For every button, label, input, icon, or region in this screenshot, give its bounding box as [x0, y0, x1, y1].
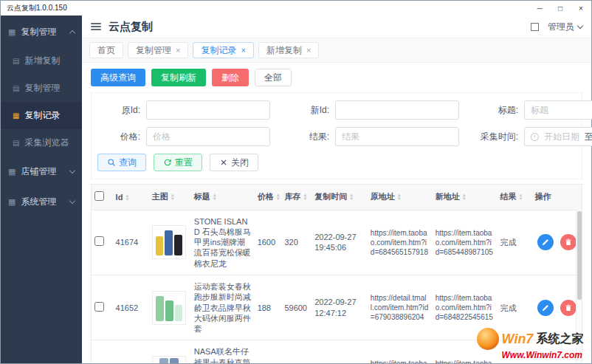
all-button[interactable]: 全部	[255, 69, 292, 86]
source-url-cell: https://item.taobao.com/item.htm?id=6845…	[368, 210, 433, 275]
sidebar-group-label: 系统管理	[21, 196, 56, 208]
sidebar-group-shop-management[interactable]: ▦ 店铺管理	[1, 157, 82, 187]
table-row: 41674 STONE ISLAND 石头岛棉服马甲男ins潮牌潮流百搭宽松保暖…	[92, 210, 582, 275]
date-range-input[interactable]: 开始日期 至 结束日期	[524, 127, 592, 146]
sort-icon: ▲▼	[303, 193, 307, 201]
stock-cell: 7000	[281, 340, 312, 363]
col-id[interactable]: Id▲▼	[113, 185, 149, 210]
col-actions: 操作	[532, 185, 582, 210]
price-cell: 188	[255, 275, 282, 340]
doc-icon: ▤	[13, 140, 19, 147]
close-icon[interactable]: ×	[241, 47, 245, 55]
doc-icon: ▤	[13, 58, 19, 65]
sort-icon: ▲▼	[349, 193, 354, 201]
sidebar-item-label: 新增复制	[24, 55, 60, 67]
col-result[interactable]: 结果▲▼	[498, 185, 532, 210]
app-body: ▦ 复制管理 ▤ 新增复制 ▤ 复制管理 ▦ 复制记录 ▤	[1, 16, 591, 363]
maximize-button[interactable]: □	[550, 1, 571, 16]
result-cell: 完成	[498, 210, 532, 275]
sidebar-item-copy-records[interactable]: ▦ 复制记录	[1, 102, 82, 129]
id-cell: 41652	[113, 275, 149, 340]
delete-row-button[interactable]	[560, 300, 576, 316]
col-price[interactable]: 价格▲▼	[255, 185, 282, 210]
edit-button[interactable]	[537, 300, 554, 316]
trash-icon	[564, 303, 573, 312]
tab-home[interactable]: 首页	[89, 42, 123, 58]
product-image	[152, 291, 186, 325]
fullscreen-icon[interactable]	[531, 23, 539, 31]
stock-cell: 59600	[281, 275, 312, 340]
window-controls: ─ □ ×	[529, 1, 591, 16]
edit-button[interactable]	[537, 234, 554, 250]
source-url-cell: https://detail.tmall.com/item.htm?id=679…	[368, 275, 433, 340]
minimize-button[interactable]: ─	[529, 1, 550, 16]
user-menu[interactable]: 管理员	[548, 21, 582, 33]
sidebar-item-collect-browser[interactable]: ▤ 采集浏览器	[1, 129, 82, 157]
tab-label: 首页	[97, 44, 115, 57]
price-field: 价格:	[97, 127, 270, 146]
collect-time-field: 采集时间: 开始日期 至 结束日期	[475, 127, 592, 146]
title-label: 标题:	[475, 104, 518, 117]
content: 高级查询 复制刷新 删除 全部 原Id: 新Id:	[82, 63, 591, 363]
sidebar-item-new-copy[interactable]: ▤ 新增复制	[1, 47, 82, 75]
new-id-input[interactable]	[335, 100, 459, 120]
col-main-image[interactable]: 主图▲▼	[149, 185, 191, 210]
row-checkbox[interactable]	[94, 302, 104, 312]
title-input[interactable]	[524, 100, 592, 120]
watermark: Win7 系统之家 Www.Winwin7.com	[477, 328, 584, 360]
close-icon	[219, 158, 228, 167]
tab-new-copy[interactable]: 新增复制 ×	[258, 42, 319, 58]
window-titlebar: 云点复制1.0.0.150 ─ □ ×	[1, 1, 591, 16]
close-icon[interactable]: ×	[176, 47, 180, 55]
clock-icon	[531, 133, 539, 141]
price-cell: 1600	[255, 210, 282, 275]
sidebar-item-copy-management[interactable]: ▤ 复制管理	[1, 75, 82, 102]
close-button[interactable]: ×	[571, 1, 591, 16]
source-url-cell: https://item.taobao.com/item.htm?id=6798…	[368, 340, 433, 363]
doc-icon: ▤	[13, 85, 19, 92]
sidebar-item-label: 采集浏览器	[24, 137, 69, 149]
col-title[interactable]: 标题▲▼	[191, 185, 255, 210]
original-id-field: 原Id:	[97, 100, 270, 120]
page-title: 云点复制	[109, 20, 153, 34]
col-new-url[interactable]: 新地址▲▼	[433, 185, 498, 210]
copy-time-cell: 2022-09-27 19:45:06	[312, 210, 368, 275]
result-input[interactable]	[335, 127, 459, 146]
sidebar-group-system-management[interactable]: ▦ 系统管理	[1, 187, 82, 217]
main-area: 云点复制 管理员 首页 复制管理 ×	[82, 16, 591, 363]
sort-icon: ▲▼	[462, 193, 467, 201]
copy-time-cell: 2022-09-27 12:18:07	[312, 340, 368, 363]
topbar-right: 管理员	[531, 21, 582, 33]
tab-copy-records[interactable]: 复制记录 ×	[193, 42, 253, 58]
watermark-site: Www.Winwin7.com	[502, 350, 582, 360]
price-input[interactable]	[146, 127, 270, 146]
col-copy-time[interactable]: 复制时间▲▼	[312, 185, 368, 210]
title-field: 标题:	[475, 100, 592, 120]
query-button[interactable]: 查询	[97, 154, 146, 171]
reset-button[interactable]: 重置	[154, 154, 202, 171]
tab-copy-management[interactable]: 复制管理 ×	[128, 42, 188, 58]
result-label: 结果:	[286, 131, 329, 143]
hamburger-icon[interactable]	[91, 23, 101, 30]
sidebar-group-copy-management[interactable]: ▦ 复制管理	[1, 17, 82, 47]
sort-icon: ▲▼	[125, 194, 129, 202]
sidebar-item-label: 复制管理	[24, 82, 60, 95]
grid-icon: ▦	[8, 198, 16, 206]
advanced-search-button[interactable]: 高级查询	[91, 69, 145, 86]
close-icon[interactable]: ×	[306, 47, 311, 55]
delete-row-button[interactable]	[560, 234, 576, 250]
row-checkbox[interactable]	[94, 236, 104, 246]
select-all-checkbox[interactable]	[94, 191, 104, 201]
col-stock[interactable]: 库存▲▼	[281, 185, 312, 210]
refresh-icon	[163, 158, 172, 167]
window-title: 云点复制1.0.0.150	[7, 3, 529, 13]
close-panel-button[interactable]: 关闭	[210, 154, 258, 171]
copy-refresh-button[interactable]: 复制刷新	[151, 69, 206, 86]
original-id-input[interactable]	[146, 100, 270, 120]
scrollbar-thumb[interactable]	[577, 211, 582, 300]
title-cell: NASA联名牛仔裤男士春秋直筒宽松美式高街潮牌阔腿裤子休闲长裤	[191, 340, 255, 363]
search-row-1: 原Id: 新Id: 标题:	[97, 100, 576, 120]
col-source-url[interactable]: 原地址▲▼	[368, 185, 433, 210]
search-buttons: 查询 重置 关闭	[97, 154, 576, 171]
delete-button[interactable]: 删除	[212, 69, 249, 86]
